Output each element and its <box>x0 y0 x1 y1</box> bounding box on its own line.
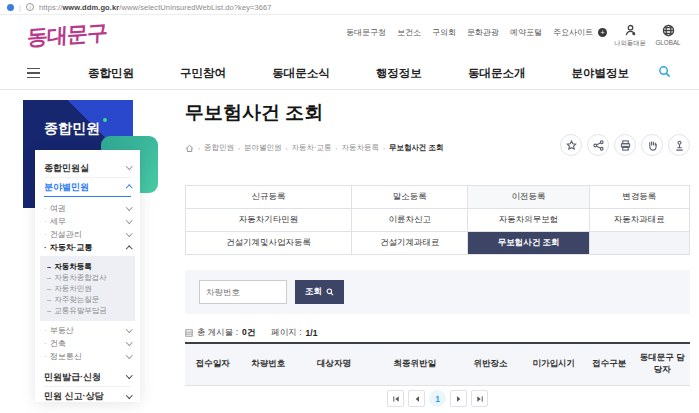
next-page-icon <box>455 395 463 403</box>
first-page-icon <box>392 395 400 403</box>
last-page-icon <box>476 395 484 403</box>
sidebar-item-issue[interactable]: 민원발급·신청 <box>44 368 131 387</box>
tab-car-etc[interactable]: 자동차기타민원 <box>186 209 352 232</box>
col-receipt-date: 접수일자 <box>185 343 241 385</box>
search-button-label: 조회 <box>305 286 322 298</box>
pagination-next-button[interactable] <box>450 390 467 407</box>
home-icon[interactable] <box>185 144 194 153</box>
sidebar-item-label: 종합민원실 <box>44 162 89 175</box>
utility-link-gucheong[interactable]: 동대문구청 <box>346 27 386 38</box>
sns-button[interactable] <box>641 134 663 156</box>
survey-button[interactable] <box>668 134 690 156</box>
site-logo[interactable]: 동대문구 <box>27 18 108 52</box>
globe-icon <box>662 24 675 37</box>
sidebar-cat-label: 정보통신 <box>44 351 82 362</box>
favorite-button[interactable] <box>560 134 582 156</box>
col-subject-name: 대상자명 <box>296 343 372 385</box>
utility-link-munhwa[interactable]: 문화관광 <box>467 27 499 38</box>
vehicle-number-input[interactable] <box>199 280 287 304</box>
search-icon <box>326 288 334 296</box>
chevron-down-icon <box>126 392 132 398</box>
tab-new-register[interactable]: 신규등록 <box>186 186 352 209</box>
chevron-down-icon <box>126 372 132 378</box>
plus-badge-icon[interactable]: + <box>598 28 607 37</box>
utility-link-yeyak[interactable]: 예약포털 <box>510 27 542 38</box>
results-table-header-row: 접수일자 차량번호 대상자명 최종위반일 위반장소 미가입시기 접수구분 동대문… <box>185 343 690 385</box>
tab-motorcycle[interactable]: 이륜차신고 <box>351 209 468 232</box>
chevron-up-icon <box>126 246 132 252</box>
sidebar-sub-car-minwon[interactable]: 자동차민원 <box>47 283 128 294</box>
sidebar-cat-passport[interactable]: 여권 <box>44 202 131 215</box>
sidebar-cat-architecture[interactable]: 건축 <box>44 337 131 350</box>
tab-change-register[interactable]: 변경등록 <box>589 186 689 209</box>
my-dongdaemun-button[interactable]: 나의동대문 <box>613 24 647 48</box>
tab-transfer-register[interactable]: 이전등록 <box>468 186 589 209</box>
nav-items: 종합민원 구민참여 동대문소식 행정정보 동대문소개 분야별정보 <box>88 66 629 81</box>
menu-hamburger-icon[interactable] <box>27 68 40 79</box>
chevron-down-icon <box>126 217 132 223</box>
chevron-up-icon <box>126 185 132 191</box>
nav-item-chamyeo[interactable]: 구민참여 <box>180 66 226 81</box>
sidebar-sub-car-register[interactable]: 자동차등록 <box>47 261 128 272</box>
nav-item-bunya[interactable]: 분야별정보 <box>571 66 629 81</box>
chevron-down-icon <box>126 163 132 169</box>
col-uninsured-period: 미가입시기 <box>523 343 584 385</box>
tab-cancel-register[interactable]: 말소등록 <box>351 186 468 209</box>
sidebar-sub-faq[interactable]: 자주찾는질문 <box>47 294 128 305</box>
share-button[interactable] <box>587 134 609 156</box>
sidebar-cat-car-traffic[interactable]: 자동차·교통 <box>44 241 131 254</box>
breadcrumb-item[interactable]: 분야별민원 <box>244 143 282 153</box>
chevron-down-icon <box>126 339 132 345</box>
sidebar-item-jonghap[interactable]: 종합민원실 <box>44 159 131 178</box>
pagination: 1 <box>185 390 690 407</box>
nav-item-jeongbo[interactable]: 행정정보 <box>376 66 422 81</box>
nav-item-sogae[interactable]: 동대문소개 <box>468 66 526 81</box>
sidebar-cat-it[interactable]: 정보통신 <box>44 350 131 363</box>
breadcrumb-item[interactable]: 자동차등록 <box>342 143 380 153</box>
browser-site-icon <box>7 4 14 11</box>
sidebar-sub-traffic-charge[interactable]: 교통유발부담금 <box>47 305 128 316</box>
sidebar-cat-realestate[interactable]: 부동산 <box>44 324 131 337</box>
sidebar-item-report[interactable]: 민원 신고·상담 <box>44 387 131 406</box>
sidebar-sub-inspection[interactable]: 자동차종합검사 <box>47 272 128 283</box>
main-nav: 종합민원 구민참여 동대문소식 행정정보 동대문소개 분야별정보 <box>0 57 699 90</box>
sidebar-cat-label: 건축 <box>44 338 66 349</box>
tab-machinery-fine[interactable]: 건설기계과태료 <box>351 232 468 255</box>
sidebar-item-label: 민원 신고·상담 <box>44 390 104 403</box>
nav-item-sosik[interactable]: 동대문소식 <box>272 66 330 81</box>
utility-link-guuihoe[interactable]: 구의회 <box>432 27 456 38</box>
search-submit-button[interactable]: 조회 <box>295 280 344 304</box>
col-vehicle-number: 차량번호 <box>241 343 297 385</box>
tab-mandatory-insurance[interactable]: 자동차의무보험 <box>468 209 589 232</box>
utility-link-bogunso[interactable]: 보건소 <box>397 27 421 38</box>
chevron-down-icon <box>126 352 132 358</box>
breadcrumb-item[interactable]: 종합민원 <box>204 143 234 153</box>
tab-uninsured-inquiry-active[interactable]: 무보험사건 조회 <box>468 232 589 255</box>
page-action-buttons <box>560 134 690 156</box>
chevron-down-icon <box>126 230 132 236</box>
pagination-first-button[interactable] <box>387 390 404 407</box>
chevron-down-icon <box>126 204 132 210</box>
global-button[interactable]: GLOBAL <box>651 24 685 46</box>
sidebar-cat-construction[interactable]: 건설관리 <box>44 228 131 241</box>
printer-icon <box>620 140 631 151</box>
print-button[interactable] <box>614 134 636 156</box>
podium-person-icon <box>674 140 685 151</box>
sidebar-item-bunyabyeol[interactable]: 분야별민원 <box>44 178 131 197</box>
sidebar-cat-label: 세무 <box>44 216 66 227</box>
pagination-last-button[interactable] <box>471 390 488 407</box>
url-text[interactable]: https://www.ddm.go.kr/www/selectUninsure… <box>39 3 272 12</box>
sidebar-cat-tax[interactable]: 세무 <box>44 215 131 228</box>
breadcrumb-item[interactable]: 자동차·교통 <box>292 143 332 153</box>
url-host: www.ddm.go.kr <box>62 3 119 12</box>
total-value: 0건 <box>242 327 255 339</box>
pagination-prev-button[interactable] <box>408 390 425 407</box>
tab-machinery-register[interactable]: 건설기계및사업자등록 <box>186 232 352 255</box>
tab-empty-cell <box>589 232 689 255</box>
tab-car-fine[interactable]: 자동차과태료 <box>589 209 689 232</box>
search-icon[interactable] <box>658 64 671 82</box>
utility-link-sites[interactable]: 주요사이트 <box>553 27 593 38</box>
divider: | <box>19 3 21 12</box>
person-icon <box>624 24 637 37</box>
nav-item-minwon[interactable]: 종합민원 <box>88 66 134 81</box>
